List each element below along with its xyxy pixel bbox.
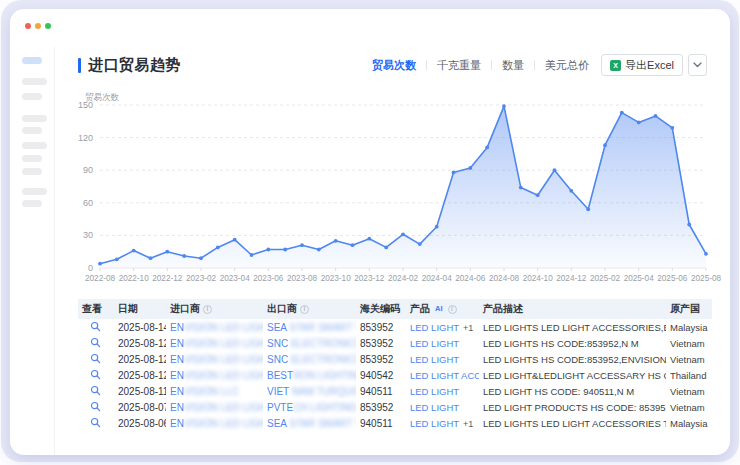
product-link[interactable]: LED LIGHT (410, 354, 459, 365)
close-window-button[interactable] (25, 23, 31, 29)
table-row: 2025-08-12ENVISION LED LIGHTING L...SNC … (78, 335, 712, 351)
svg-text:2022-12: 2022-12 (152, 274, 182, 283)
cell-description: LED LIGHTS HS CODE:853952,ENVISIONLED (479, 351, 666, 367)
cell-product[interactable]: LED LIGHT (406, 351, 479, 367)
trend-chart[interactable]: 贸易次数 03060901201502022-082022-102022-122… (55, 89, 730, 289)
importer-redacted: VISION LED LIGHTI (184, 322, 263, 333)
importer-prefix: EN (170, 322, 184, 333)
cell-exporter[interactable]: SEA STAR SMART TECH ... (263, 319, 356, 335)
cell-importer[interactable]: ENVISION LED LIGHTING L... (166, 319, 263, 335)
minimize-window-button[interactable] (35, 23, 41, 29)
cell-product[interactable]: LED LIGHT (406, 399, 479, 415)
column-label: 产品 (410, 302, 430, 316)
cell-hs-code: 853952 (356, 319, 406, 335)
ai-badge: AI (433, 305, 445, 314)
cell-importer[interactable]: ENVISION LLC (166, 383, 263, 399)
product-link[interactable]: LED LIGHT ACCESSORY (410, 370, 479, 381)
product-link[interactable]: LED LIGHT (410, 338, 459, 349)
view-detail-button[interactable] (90, 337, 101, 348)
maximize-window-button[interactable] (45, 23, 51, 29)
svg-text:90: 90 (83, 165, 93, 175)
panel-header: 进口贸易趋势 贸易次数千克重量数量美元总价 X 导出Excel (78, 52, 707, 78)
view-detail-button[interactable] (90, 385, 101, 396)
svg-text:2024-04: 2024-04 (422, 274, 452, 283)
svg-text:2025-02: 2025-02 (590, 274, 620, 283)
cell-exporter[interactable]: SNC ELECTRONICS VIET... (263, 335, 356, 351)
column-header-hs_code: 海关编码 (356, 299, 406, 319)
product-link[interactable]: LED LIGHT (410, 418, 459, 429)
tab-quantity[interactable]: 数量 (502, 58, 524, 73)
cell-origin-country: Thailand (666, 367, 712, 383)
cell-exporter[interactable]: SEA STAR SMART TECH ... (263, 415, 356, 431)
cell-hs-code: 940511 (356, 383, 406, 399)
view-detail-button[interactable] (90, 417, 101, 428)
svg-text:0: 0 (88, 263, 93, 273)
info-icon[interactable]: i (448, 305, 457, 314)
export-dropdown-button[interactable] (688, 54, 707, 76)
cell-description: LED LIGHTS HS CODE:853952,N M (479, 335, 666, 351)
cell-importer[interactable]: ENVISION LED LIGHTING L... (166, 399, 263, 415)
tab-usd-total[interactable]: 美元总价 (545, 58, 589, 73)
shipments-table: 查看日期进口商i出口商i海关编码产品AIi产品描述原产国 2025-08-14E… (78, 299, 712, 431)
importer-redacted: VISION LED LIGHTI (184, 338, 263, 349)
excel-icon: X (610, 60, 621, 71)
cell-exporter[interactable]: SNC ELECTRONICS VIET... (263, 351, 356, 367)
cell-date: 2025-08-12 (114, 335, 166, 351)
importer-prefix: EN (170, 418, 184, 429)
view-detail-button[interactable] (90, 353, 101, 364)
title-wrap: 进口贸易趋势 (78, 56, 181, 75)
cell-importer[interactable]: ENVISION LED LIGHTING L... (166, 415, 263, 431)
table-header-row: 查看日期进口商i出口商i海关编码产品AIi产品描述原产国 (78, 299, 712, 319)
magnifier-icon (90, 353, 101, 364)
exporter-prefix: SEA (267, 418, 286, 429)
product-link[interactable]: LED LIGHT (410, 402, 459, 413)
chevron-down-icon (693, 62, 702, 68)
cell-product[interactable]: LED LIGHT (406, 383, 479, 399)
tab-trade-count[interactable]: 贸易次数 (372, 58, 416, 73)
sidebar-skeleton-bar (22, 188, 47, 195)
cell-importer[interactable]: ENVISION LED LIGHTING L... (166, 351, 263, 367)
info-icon[interactable]: i (300, 305, 309, 314)
svg-text:2025-04: 2025-04 (624, 274, 654, 283)
info-icon[interactable]: i (203, 305, 212, 314)
exporter-redacted: STAR SMART TE (286, 322, 356, 333)
cell-date: 2025-08-12 (114, 367, 166, 383)
product-more-count: +1 (463, 419, 473, 429)
view-detail-button[interactable] (90, 369, 101, 380)
cell-importer[interactable]: ENVISION LED LIGHTING L... (166, 367, 263, 383)
svg-text:60: 60 (83, 198, 93, 208)
export-excel-button[interactable]: X 导出Excel (601, 54, 683, 76)
cell-importer[interactable]: ENVISION LED LIGHTING L... (166, 335, 263, 351)
cell-exporter[interactable]: VIET NAM TURQUOISE (263, 383, 356, 399)
exporter-redacted: ELECTRONICS (288, 354, 356, 365)
cell-product[interactable]: LED LIGHT (406, 335, 479, 351)
page-title: 进口贸易趋势 (88, 56, 181, 75)
cell-view (78, 351, 114, 367)
cell-product[interactable]: LED LIGHT ACCESSORY (406, 367, 479, 383)
magnifier-icon (90, 321, 101, 332)
cell-product[interactable]: LED LIGHT+1 (406, 319, 479, 335)
view-detail-button[interactable] (90, 321, 101, 332)
sidebar-skeleton-bar (22, 142, 47, 149)
cell-exporter[interactable]: BESTRON LIGHTING THA... (263, 367, 356, 383)
svg-text:2023-06: 2023-06 (253, 274, 283, 283)
cell-hs-code: 940511 (356, 415, 406, 431)
cell-exporter[interactable]: PVTECH LIGHTING NEW VI... (263, 399, 356, 415)
table-row: 2025-08-06ENVISION LED LIGHTING L...SEA … (78, 415, 712, 431)
column-label: 海关编码 (360, 302, 400, 316)
tab-kg-weight[interactable]: 千克重量 (437, 58, 481, 73)
window-controls (25, 23, 51, 29)
product-link[interactable]: LED LIGHT (410, 322, 459, 333)
view-detail-button[interactable] (90, 401, 101, 412)
svg-text:2023-10: 2023-10 (321, 274, 351, 283)
cell-product[interactable]: LED LIGHT+1 (406, 415, 479, 431)
product-link[interactable]: LED LIGHT (410, 386, 459, 397)
cell-origin-country: Malaysia (666, 415, 712, 431)
cell-description: LED LIGHT PRODUCTS HS CODE: 853952,NUWAT… (479, 399, 666, 415)
importer-redacted: VISION LED LIGHTI (184, 354, 263, 365)
column-label: 出口商 (267, 302, 297, 316)
column-header-exporter: 出口商i (263, 299, 356, 319)
metric-tabs-and-export: 贸易次数千克重量数量美元总价 X 导出Excel (372, 54, 707, 76)
trend-area-chart[interactable]: 03060901201502022-082022-102022-122023-0… (55, 89, 730, 289)
exporter-redacted: ELECTRONICS (288, 338, 356, 349)
